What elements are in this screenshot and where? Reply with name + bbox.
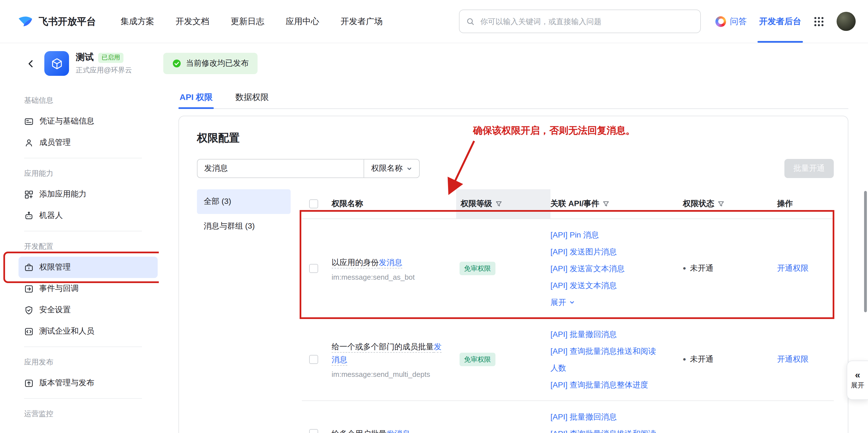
open-permission-link[interactable]: 开通权限 <box>777 263 808 272</box>
brand[interactable]: 飞书开放平台 <box>17 13 96 30</box>
name-text: 给多个用户批量 <box>332 429 386 433</box>
nav-link-app-center[interactable]: 应用中心 <box>286 16 319 27</box>
sidebar-item-permission[interactable]: 权限管理 <box>19 257 158 278</box>
api-link[interactable]: [API] 发送富文本消息 <box>551 260 662 277</box>
col-header-label: 权限名称 <box>332 199 363 209</box>
sidebar-section-4: 运营监控 <box>0 398 159 424</box>
check-circle-icon <box>172 59 181 68</box>
sidebar-section-0: 基础信息凭证与基础信息成员管理 <box>0 89 159 153</box>
permission-search-group: 权限名称 <box>197 159 420 178</box>
filter-funnel-icon[interactable] <box>495 201 502 207</box>
nav-link-changelog[interactable]: 更新日志 <box>230 16 264 27</box>
primary-nav: 集成方案开发文档更新日志应用中心开发者广场 <box>121 16 383 27</box>
api-link[interactable]: [API] Pin 消息 <box>551 226 662 243</box>
credential-icon <box>24 117 34 126</box>
status-dot: • <box>683 264 686 273</box>
publish-status-text: 当前修改均已发布 <box>186 58 249 68</box>
search-type-value: 权限名称 <box>371 164 403 174</box>
sidebar-item-security[interactable]: 安全设置 <box>0 299 159 321</box>
back-button[interactable] <box>26 59 35 68</box>
sidebar-item-add-capability[interactable]: 添加应用能力 <box>0 184 159 205</box>
nav-link-docs[interactable]: 开发文档 <box>176 16 209 27</box>
status-text: 未开通 <box>690 263 713 273</box>
action-cell: 开通权限 <box>770 354 834 365</box>
apps-grid-icon[interactable] <box>813 16 824 27</box>
api-link[interactable]: [API] 发送图片消息 <box>551 243 662 260</box>
permission-level-cell: 免审权限 <box>456 262 551 275</box>
chevron-down-icon <box>569 299 575 305</box>
permission-status-cell: •未开通 <box>678 354 770 365</box>
nav-link-integration[interactable]: 集成方案 <box>121 16 154 27</box>
open-permission-link[interactable]: 开通权限 <box>777 354 808 363</box>
sidebar-section-3: 应用发布版本管理与发布 <box>0 347 159 394</box>
search-type-select[interactable]: 权限名称 <box>364 159 420 178</box>
api-link[interactable]: [API] 批量撤回消息 <box>551 326 662 343</box>
filter-funnel-icon[interactable] <box>602 201 609 207</box>
sidebar-item-version[interactable]: 版本管理与发布 <box>0 372 159 394</box>
tab-data-permission[interactable]: 数据权限 <box>234 86 270 108</box>
global-search-input[interactable] <box>479 17 693 26</box>
sidebar-item-label: 机器人 <box>39 211 63 221</box>
col-header-status[interactable]: 权限状态 <box>678 189 770 219</box>
sidebar-section-2: 开发配置权限管理事件与回调安全设置测试企业和人员 <box>0 231 159 342</box>
app-name: 测试 <box>76 52 94 63</box>
permission-name[interactable]: 以应用的身份发消息 <box>332 256 441 269</box>
sidebar-item-members[interactable]: 成员管理 <box>0 132 159 153</box>
permission-icon <box>24 263 34 272</box>
expand-label: 展开 <box>551 294 566 311</box>
page-scrollbar-thumb[interactable] <box>864 191 867 312</box>
col-header-name: 权限名称 <box>332 189 456 219</box>
row-checkbox-cell <box>302 264 332 273</box>
sidebar-section-title: 应用能力 <box>0 162 159 184</box>
permission-table: 权限名称 权限等级 关联 API/事件 权限状态 <box>302 189 834 433</box>
qa-link[interactable]: 问答 <box>715 16 747 27</box>
row-checkbox[interactable] <box>309 264 318 273</box>
permission-search-input[interactable] <box>197 159 364 178</box>
app-enabled-badge: 已启用 <box>98 53 123 63</box>
permission-name[interactable]: 给一个或多个部门的成员批量发消息 <box>332 340 441 366</box>
filter-all[interactable]: 全部 (3) <box>197 189 291 214</box>
api-link[interactable]: [API] 查询批量消息推送和阅读人数 <box>551 343 662 376</box>
tab-api-permission[interactable]: API 权限 <box>179 86 214 108</box>
app-meta: 测试 已启用 正式应用@环界云 <box>76 52 132 75</box>
batch-open-button[interactable]: 批量开通 <box>784 159 834 178</box>
filter-funnel-icon[interactable] <box>718 201 724 207</box>
permission-level-cell: 免审权限 <box>456 353 551 366</box>
developer-console-link[interactable]: 开发者后台 <box>759 0 801 43</box>
user-avatar[interactable] <box>837 12 856 31</box>
sidebar-item-test-company[interactable]: 测试企业和人员 <box>0 321 159 342</box>
bot-icon <box>24 211 34 221</box>
sidebar-item-credentials[interactable]: 凭证与基础信息 <box>0 111 159 132</box>
sidebar-item-bot[interactable]: 机器人 <box>0 205 159 226</box>
permission-name-cell: 给多个用户批量发消息 <box>332 427 456 433</box>
select-all-checkbox[interactable] <box>309 199 318 208</box>
related-api-cell: [API] 批量撤回消息[API] 查询批量消息推送和阅读人数[API] 查询批… <box>551 326 678 393</box>
sidebar-expand-handle[interactable]: « 展开 <box>847 360 868 400</box>
test-icon <box>24 326 34 336</box>
permission-name[interactable]: 给多个用户批量发消息 <box>332 427 441 433</box>
row-checkbox[interactable] <box>309 429 318 433</box>
qa-ring-icon <box>715 16 726 27</box>
global-search-box[interactable] <box>459 9 701 33</box>
row-checkbox[interactable] <box>309 355 318 364</box>
sidebar-item-label: 事件与回调 <box>39 284 79 294</box>
nav-link-marketplace[interactable]: 开发者广场 <box>341 16 383 27</box>
col-header-api[interactable]: 关联 API/事件 <box>551 189 678 219</box>
filter-message-group[interactable]: 消息与群组 (3) <box>197 214 291 239</box>
page-root: 飞书开放平台 集成方案开发文档更新日志应用中心开发者广场 问答 开发者后台 <box>0 0 868 433</box>
sidebar-item-events[interactable]: 事件与回调 <box>0 278 159 299</box>
navbar-right: 问答 开发者后台 <box>715 0 856 43</box>
annotation-text: 确保该权限开启，否则无法回复消息。 <box>473 124 635 137</box>
permission-name-cell: 给一个或多个部门的成员批量发消息im:message:send_multi_de… <box>332 340 456 378</box>
table-area: 全部 (3)消息与群组 (3) 权限名称 权限等级 <box>197 189 834 433</box>
related-api-cell: [API] Pin 消息[API] 发送图片消息[API] 发送富文本消息[AP… <box>551 226 678 311</box>
app-subtitle: 正式应用@环界云 <box>76 66 132 75</box>
table-header-row: 权限名称 权限等级 关联 API/事件 权限状态 <box>302 189 834 219</box>
permission-row: 以应用的身份发消息im:message:send_as_bot免审权限[API]… <box>302 219 834 318</box>
add-capability-icon <box>24 190 34 199</box>
api-link[interactable]: [API] 发送文本消息 <box>551 277 662 294</box>
expand-apis-link[interactable]: 展开 <box>551 294 662 311</box>
api-link[interactable]: [API] 查询批量消息整体进度 <box>551 376 662 393</box>
api-link[interactable]: [API] 查询批量消息推送和阅读人数 <box>551 425 662 433</box>
api-link[interactable]: [API] 批量撤回消息 <box>551 408 662 425</box>
